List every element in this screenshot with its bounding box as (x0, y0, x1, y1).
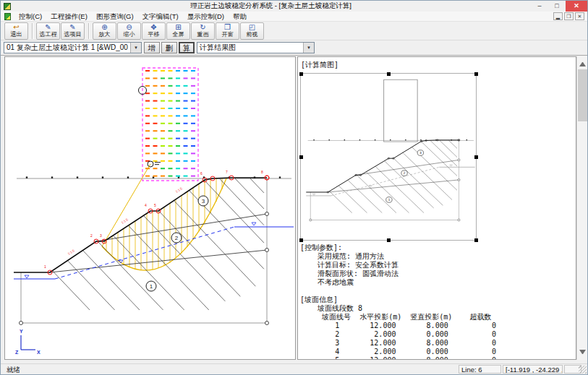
toolbar-button-label: 全屏 (173, 31, 184, 38)
svg-text:1: 1 (150, 283, 153, 290)
scrollbar-thumb[interactable] (578, 69, 587, 121)
menu-item-2[interactable]: 图形查询(G) (92, 12, 138, 22)
exit-button[interactable]: ↩退出 (4, 22, 28, 40)
svg-text:1:1.5: 1:1.5 (67, 249, 76, 256)
redraw-icon: ↻ (200, 24, 205, 31)
zoom-window-icon: ❐ (224, 24, 231, 31)
selection-handle[interactable] (387, 238, 391, 242)
document-icon (4, 13, 11, 20)
redraw-button[interactable]: ↻重画 (191, 22, 215, 40)
drawing-canvas[interactable]: 123456781:1.51:1.51:1.5321YXZ (4, 56, 296, 360)
toolbar: ↩退出✎选工程✎选项目⊕放大⊖缩小✥平移⊞全屏↻重画❐开窗◰前视 (1, 22, 587, 40)
svg-text:8: 8 (261, 170, 263, 174)
client-separator (1, 55, 587, 56)
svg-text:5: 5 (154, 203, 156, 207)
toolbar-button-label: 开窗 (222, 31, 234, 38)
svg-text:6: 6 (200, 171, 203, 176)
select-project-icon: ✎ (45, 24, 51, 31)
select-item-icon: ✎ (69, 24, 75, 31)
zoom-in-icon: ⊕ (101, 24, 107, 31)
selection-handle[interactable] (387, 72, 391, 76)
previous-view-button[interactable]: ◰前视 (240, 22, 264, 40)
svg-text:1:1.5: 1:1.5 (175, 186, 184, 194)
svg-text:2: 2 (175, 235, 179, 241)
slope-diagram-thumbnail: 321 (301, 74, 476, 240)
maximize-button[interactable]: □ (548, 1, 566, 12)
svg-text:3: 3 (202, 198, 205, 204)
mdi-button-0[interactable]: ▂ (553, 12, 563, 20)
select-project-button[interactable]: ✎选工程 (36, 22, 60, 40)
pan-button[interactable]: ✥平移 (142, 22, 166, 40)
toolbar-button-label: 重画 (197, 31, 209, 38)
zoom-out-icon: ⊖ (126, 24, 132, 31)
toolbar-separator (32, 23, 33, 39)
mdi-button-2[interactable]: ✕ (575, 12, 584, 20)
title-bar: 理正岩土边坡稳定分析系统 - [复杂土层土坡稳定计算] – □ ✕ (1, 1, 587, 12)
menu-item-3[interactable]: 文字编辑(T) (138, 12, 183, 22)
delete-button[interactable]: 删 (161, 42, 177, 53)
svg-text:1: 1 (44, 264, 46, 269)
diagram-image-frame[interactable]: 321 (300, 73, 477, 241)
diagram-section-title: [计算简图] (301, 60, 338, 70)
svg-text:7: 7 (226, 170, 228, 174)
add-button[interactable]: 增 (144, 42, 160, 53)
selector-row: 01 复杂土层土坡稳定计算 1 [&WD_00 ▼ 增 删 算 计算结果图 ▼ (1, 40, 587, 55)
select-item-button[interactable]: ✎选项目 (61, 22, 85, 40)
window-title: 理正岩土边坡稳定分析系统 - [复杂土层土坡稳定计算] (11, 1, 531, 11)
resize-grip-icon[interactable] (579, 366, 587, 374)
selection-handle[interactable] (299, 72, 303, 76)
zoom-in-button[interactable]: ⊕放大 (93, 22, 116, 40)
toolbar-button-label: 平移 (148, 31, 160, 38)
fit-screen-button[interactable]: ⊞全屏 (166, 22, 190, 40)
zoom-window-button[interactable]: ❐开窗 (216, 22, 239, 40)
svg-text:Z: Z (15, 350, 19, 355)
fit-screen-icon: ⊞ (175, 24, 181, 31)
selection-handle[interactable] (474, 155, 478, 159)
chevron-down-icon[interactable]: ▼ (303, 43, 314, 53)
svg-text:Y: Y (20, 329, 23, 334)
zoom-out-button[interactable]: ⊖缩小 (117, 22, 141, 40)
svg-text:3: 3 (419, 151, 422, 155)
status-line-indicator: Line: 6 (459, 365, 501, 374)
menu-bar: 控制(C)工程操作(E)图形查询(G)文字编辑(T)显示控制(D)帮助 ▂❐✕ (1, 12, 587, 22)
menu-item-0[interactable]: 控制(C) (14, 12, 46, 22)
calculate-button[interactable]: 算 (179, 42, 195, 53)
menu-item-1[interactable]: 工程操作(E) (46, 12, 92, 22)
scroll-down-icon[interactable] (579, 350, 586, 356)
close-button[interactable]: ✕ (566, 1, 587, 12)
svg-text:4: 4 (145, 203, 147, 207)
svg-text:X: X (37, 350, 41, 355)
svg-text:3: 3 (100, 233, 102, 238)
selection-handle[interactable] (299, 155, 303, 159)
pan-icon: ✥ (150, 24, 156, 31)
chevron-down-icon[interactable]: ▼ (130, 43, 141, 53)
status-bar: 就绪 Line: 6 [-11.919 , -24.229 , 0. (1, 363, 587, 374)
scroll-up-icon[interactable] (579, 60, 586, 66)
result-panel[interactable]: [计算简图] 321 [控制参数]: 采用规范: 通用方法 计算目标: 安全系数… (297, 56, 576, 360)
project-combo-value: 01 复杂土层土坡稳定计算 1 [&WD_00 (4, 43, 130, 53)
selection-handle[interactable] (474, 238, 478, 242)
toolbar-button-label: 缩小 (124, 31, 135, 38)
minimize-button[interactable]: – (531, 1, 548, 12)
app-window: 理正岩土边坡稳定分析系统 - [复杂土层土坡稳定计算] – □ ✕ 控制(C)工… (0, 0, 588, 375)
slope-stability-diagram: 123456781:1.51:1.51:1.5321YXZ (5, 57, 295, 359)
mdi-button-1[interactable]: ❐ (564, 12, 574, 20)
svg-text:1: 1 (388, 198, 390, 202)
svg-text:1:1.5: 1:1.5 (121, 217, 129, 225)
view-combo[interactable]: 计算结果图 ▼ (197, 42, 315, 53)
toolbar-button-label: 退出 (11, 31, 22, 38)
previous-view-icon: ◰ (249, 24, 255, 31)
toolbar-button-label: 选工程 (40, 31, 57, 38)
toolbar-separator (88, 23, 90, 39)
view-combo-value: 计算结果图 (197, 43, 303, 53)
vertical-scrollbar[interactable] (576, 56, 588, 360)
status-ready-text: 就绪 (7, 366, 20, 375)
selection-handle[interactable] (474, 72, 478, 76)
menu-item-5[interactable]: 帮助 (229, 12, 251, 22)
result-text: [控制参数]: 采用规范: 通用方法 计算目标: 安全系数计算 滑裂面形状: 圆… (300, 243, 574, 360)
toolbar-button-label: 放大 (99, 31, 111, 38)
selection-handle[interactable] (299, 238, 303, 242)
project-combo[interactable]: 01 复杂土层土坡稳定计算 1 [&WD_00 ▼ (4, 42, 142, 53)
status-coordinates: [-11.919 , -24.229 , 0. (503, 365, 563, 374)
menu-item-4[interactable]: 显示控制(D) (183, 12, 229, 22)
